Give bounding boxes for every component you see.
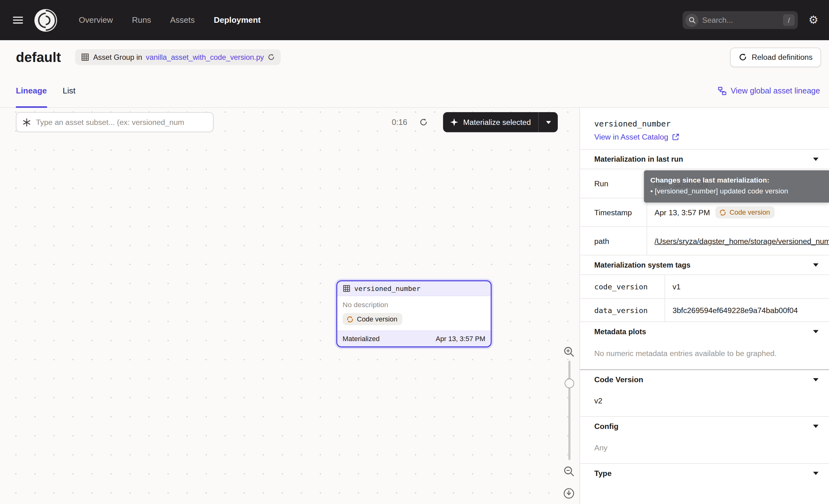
external-link-icon <box>672 133 680 141</box>
reload-definitions-label: Reload definitions <box>752 53 813 61</box>
nav-deployment[interactable]: Deployment <box>214 15 261 25</box>
asset-table-icon <box>343 284 350 292</box>
zoom-slider-track[interactable] <box>568 361 571 460</box>
code-version-value: v1 <box>672 283 680 291</box>
code-version-chip: Code version <box>343 313 402 325</box>
metadata-plots-empty-text: No numeric metadata entries available to… <box>594 349 815 357</box>
materialize-selected-label: Materialize selected <box>463 118 531 127</box>
nav-overview[interactable]: Overview <box>79 15 113 25</box>
lineage-graph-canvas[interactable]: 0:16 Materialize selected <box>0 108 580 504</box>
collapse-chevron-icon[interactable] <box>812 262 820 268</box>
row-value: v1 <box>665 275 829 298</box>
collapse-chevron-icon[interactable] <box>812 470 820 476</box>
lineage-graph-icon <box>718 86 726 95</box>
asset-node-footer: Materialized Apr 13, 3:57 PM <box>337 331 491 347</box>
section-materialization-in-last-run[interactable]: Materialization in last run <box>580 149 829 169</box>
settings-gear-icon[interactable]: ⚙ <box>808 15 819 26</box>
op-asterisk-icon <box>22 118 31 127</box>
search-shortcut-badge: / <box>783 14 795 26</box>
tooltip-item: • [versioned_number] updated code versio… <box>650 186 823 197</box>
app-viewport: Overview Runs Assets Deployment / ⚙ defa… <box>0 0 829 504</box>
chevron-down-icon <box>545 120 551 124</box>
collapse-chevron-icon[interactable] <box>812 156 820 162</box>
section-title: Materialization in last run <box>594 155 683 163</box>
asset-node-versioned-number[interactable]: versioned_number No description Code ver… <box>336 280 492 348</box>
refresh-now-icon[interactable] <box>419 118 428 127</box>
row-value: 3bfc269594ef649228e9a74bab00f04 <box>665 299 829 321</box>
section-metadata-plots[interactable]: Metadata plots <box>580 321 829 341</box>
view-global-asset-lineage-link[interactable]: View global asset lineage <box>718 86 820 95</box>
view-tabs: Lineage List View global asset lineage <box>0 74 829 108</box>
catalog-link-label: View in Asset Catalog <box>594 133 668 141</box>
row-label: data_version <box>580 299 665 321</box>
code-version-sync-icon <box>719 209 726 216</box>
row-value: Apr 13, 3:57 PM Code version <box>647 199 829 226</box>
refresh-timer: 0:16 <box>392 117 407 127</box>
section-code-version[interactable]: Code Version <box>580 369 829 389</box>
table-row-path: path /Users/sryza/dagster_home/storage/v… <box>580 226 829 255</box>
path-link[interactable]: /Users/sryza/dagster_home/storage/versio… <box>655 237 829 245</box>
section-title: Code Version <box>594 375 643 384</box>
row-label: Timestamp <box>580 199 647 226</box>
materialize-selected-button-group: Materialize selected <box>443 112 558 132</box>
materialize-options-dropdown[interactable] <box>539 112 558 132</box>
section-title: Materialization system tags <box>594 261 690 269</box>
sparkle-icon <box>450 118 459 127</box>
search-input[interactable] <box>702 16 780 24</box>
section-type[interactable]: Type <box>580 463 829 483</box>
row-value: /Users/sryza/dagster_home/storage/versio… <box>647 227 829 255</box>
collapse-chevron-icon[interactable] <box>812 423 820 429</box>
view-in-asset-catalog-link[interactable]: View in Asset Catalog <box>594 133 679 141</box>
asset-node-body: No description Code version <box>337 296 491 331</box>
zoom-slider-handle[interactable] <box>565 379 574 389</box>
row-label: Run <box>580 169 647 198</box>
tab-lineage[interactable]: Lineage <box>16 74 47 107</box>
nav-assets[interactable]: Assets <box>170 15 195 25</box>
asset-node-description: No description <box>343 301 485 309</box>
section-materialization-system-tags[interactable]: Materialization system tags <box>580 255 829 275</box>
table-row-code-version: code_version v1 <box>580 275 829 298</box>
asset-subset-filter[interactable] <box>16 112 214 132</box>
collapse-chevron-icon[interactable] <box>812 376 820 383</box>
section-title: Metadata plots <box>594 327 646 336</box>
section-config[interactable]: Config <box>580 416 829 436</box>
search-icon <box>685 13 698 27</box>
changes-tooltip: Changes since last materialization: • [v… <box>644 170 829 203</box>
reload-file-icon[interactable] <box>267 53 275 61</box>
global-search[interactable]: / <box>683 11 798 29</box>
asset-node-name: versioned_number <box>354 284 421 292</box>
asset-title: versioned_number <box>594 119 815 129</box>
section-title: Config <box>594 422 618 431</box>
page-title: default <box>16 49 61 65</box>
tooltip-title: Changes since last materialization: <box>650 175 823 186</box>
code-file-link[interactable]: vanilla_asset_with_code_version.py <box>146 53 264 61</box>
row-label: code_version <box>580 275 665 298</box>
data-version-value: 3bfc269594ef649228e9a74bab00f04 <box>672 306 798 314</box>
zoom-in-icon[interactable] <box>563 346 575 357</box>
materialized-timestamp: Apr 13, 3:57 PM <box>436 335 485 343</box>
asset-group-grid-icon <box>81 53 89 61</box>
section-title: Type <box>594 469 612 477</box>
row-label: path <box>580 227 647 255</box>
config-value: Any <box>594 443 815 452</box>
asset-subset-input[interactable] <box>36 118 207 127</box>
dagster-logo[interactable] <box>34 8 58 32</box>
system-tags-table: code_version v1 data_version 3bfc269594e… <box>580 275 829 321</box>
download-image-icon[interactable] <box>563 488 575 499</box>
code-version-chip-label: Code version <box>357 315 397 323</box>
asset-group-badge-text: Asset Group in <box>93 53 142 61</box>
materialize-selected-button[interactable]: Materialize selected <box>443 112 538 132</box>
tab-list[interactable]: List <box>63 74 75 107</box>
primary-nav: Overview Runs Assets Deployment <box>79 15 261 25</box>
materialized-status-label: Materialized <box>343 335 380 343</box>
asset-details-panel: versioned_number View in Asset Catalog M… <box>580 108 829 504</box>
zoom-out-icon[interactable] <box>563 465 575 477</box>
collapse-chevron-icon[interactable] <box>812 328 820 334</box>
nav-runs[interactable]: Runs <box>132 15 151 25</box>
code-version-sync-icon <box>346 316 354 323</box>
code-version-chip: Code version <box>715 206 775 218</box>
reload-definitions-button[interactable]: Reload definitions <box>730 47 821 67</box>
menu-icon[interactable] <box>7 10 29 31</box>
code-version-current-value: v2 <box>594 397 815 405</box>
table-row-data-version: data_version 3bfc269594ef649228e9a74bab0… <box>580 298 829 322</box>
